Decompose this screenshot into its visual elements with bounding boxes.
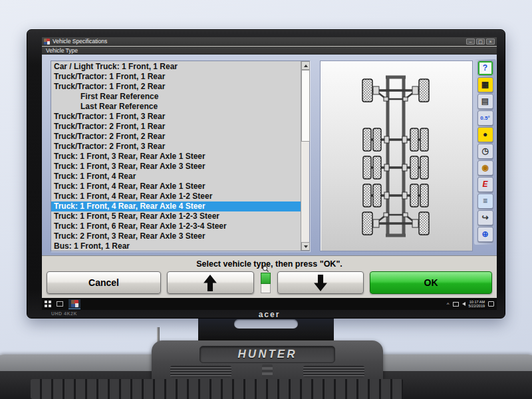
maximize-button[interactable]: ▢ [476, 39, 485, 45]
roll-compensation-icon[interactable]: ● [477, 127, 493, 142]
tray-chevron-icon[interactable]: ^ [447, 301, 450, 307]
exit-icon[interactable]: ↪ [477, 210, 493, 225]
winalign-taskbar-button[interactable] [68, 299, 80, 309]
list-item[interactable]: Truck/Tractor: 1 Front, 2 Rear [51, 82, 301, 92]
list-scrollbar[interactable] [301, 61, 309, 251]
list-item[interactable]: Truck: 1 Front, 6 Rear, Rear Axle 1-2-3-… [51, 221, 301, 231]
acer-logo: acer [42, 310, 497, 319]
vehicle-specifications-window: Vehicle Specifications – ▢ × Vehicle Typ… [42, 37, 497, 298]
start-button[interactable] [45, 301, 51, 307]
print-icon[interactable]: ≡ [477, 194, 493, 209]
side-toolbar: ?▦▤0.5°●◷◉E≡↪⊕ [474, 59, 496, 245]
list-item[interactable]: Truck: 1 Front, 3 Rear, Rear Axle 1 Stee… [51, 152, 301, 162]
list-item[interactable]: Truck/Tractor: 1 Front, 1 Rear [51, 72, 301, 82]
alignment-console: HUNTER [152, 340, 383, 379]
ok-button[interactable]: OK [370, 271, 492, 294]
clock-date: 5/22/2019 [469, 304, 485, 308]
units-setup-icon[interactable]: 0.5° [477, 110, 493, 126]
vehicle-diagram-panel [320, 61, 473, 251]
task-view-icon[interactable] [57, 301, 63, 307]
close-button[interactable]: × [486, 39, 495, 45]
app-icon [44, 39, 50, 45]
system-tray: ^ 10:17 AM 5/22/2019 [447, 300, 494, 308]
page-position-indicator[interactable] [260, 265, 271, 294]
sensors-icon[interactable]: ◉ [477, 160, 493, 176]
down-arrow-icon [313, 274, 329, 292]
expressalign-icon[interactable]: E [477, 177, 493, 192]
display-manuals-icon[interactable]: ▤ [477, 94, 493, 109]
vent-center [262, 364, 273, 378]
list-item[interactable]: Truck/Tractor: 2 Front, 1 Rear [51, 122, 301, 132]
vent-left [170, 366, 231, 377]
list-item[interactable]: Truck: 2 Front, 3 Rear, Rear Axle 3 Stee… [51, 231, 301, 241]
position-segment-current [261, 273, 271, 284]
minimize-button[interactable]: – [466, 39, 475, 45]
list-item[interactable]: Truck: 1 Front, 3 Rear, Rear Axle 3 Stee… [51, 162, 301, 172]
list-item[interactable]: Bus: 1 Front, 1 Rear [51, 241, 301, 251]
scroll-up-button[interactable] [167, 271, 254, 294]
list-item[interactable]: Truck/Tractor: 2 Front, 3 Rear [51, 142, 301, 152]
hunter-badge: HUNTER [200, 346, 335, 363]
diagram-geometry [362, 77, 429, 235]
vehicle-type-listbox: Car / Light Truck: 1 Front, 1 RearTruck/… [51, 61, 310, 251]
scrollbar-up-icon[interactable] [301, 61, 310, 70]
mount-handle-cutout [234, 319, 298, 329]
window-menubar: Vehicle Type [42, 47, 497, 55]
monitor-screen: Vehicle Specifications – ▢ × Vehicle Typ… [42, 37, 497, 310]
magnifier-icon [262, 265, 269, 273]
display-tray-icon[interactable] [453, 302, 459, 307]
monitor-bezel: UHD 4K2K acer [42, 310, 497, 319]
vehicle-type-list: Car / Light Truck: 1 Front, 1 RearTruck/… [51, 61, 301, 251]
list-item[interactable]: Truck: 1 Front, 4 Rear, Rear Axle 1-2 St… [51, 192, 301, 201]
window-titlebar: Vehicle Specifications – ▢ × [42, 37, 497, 46]
vehicle-diagram-svg [321, 61, 472, 251]
acer-monitor: Vehicle Specifications – ▢ × Vehicle Typ… [27, 29, 505, 319]
hunter-logo: HUNTER [238, 348, 297, 361]
list-item[interactable]: Truck: 1 Front, 4 Rear, Rear Axle 1 Stee… [51, 182, 301, 192]
cancel-button[interactable]: Cancel [47, 271, 161, 294]
list-item[interactable]: Truck: 1 Front, 5 Rear, Rear Axle 1-2-3 … [51, 211, 301, 221]
scroll-down-button[interactable] [277, 271, 364, 294]
scene: HUNTER Vehicle Specifications – ▢ × Vehi… [0, 0, 532, 399]
position-segment-next [261, 284, 271, 293]
globe-icon[interactable]: ⊕ [477, 227, 493, 242]
windows-taskbar: ^ 10:17 AM 5/22/2019 [42, 298, 497, 310]
list-item[interactable]: Car / Light Truck: 1 Front, 1 Rear [51, 62, 301, 72]
vent-right [303, 366, 364, 377]
window-title: Vehicle Specifications [53, 38, 465, 45]
softkey-row: Cancel OK [47, 271, 492, 294]
client-area: Car / Light Truck: 1 Front, 1 RearTruck/… [42, 55, 497, 298]
list-item[interactable]: First Rear Reference [51, 92, 301, 102]
list-item[interactable]: Last Rear Reference [51, 102, 301, 112]
list-item[interactable]: Truck: 1 Front, 4 Rear [51, 172, 301, 182]
list-item[interactable]: Truck/Tractor: 1 Front, 3 Rear [51, 112, 301, 122]
console-keyboard[interactable] [31, 379, 403, 399]
scrollbar-thumb[interactable] [301, 70, 310, 142]
softkey-panel: Select vehicle type, then press "OK". Ca… [42, 255, 497, 298]
volume-icon[interactable] [462, 302, 466, 306]
help-icon[interactable]: ? [477, 61, 493, 76]
notification-center-icon[interactable] [488, 301, 494, 307]
menu-item-vehicle-type[interactable]: Vehicle Type [42, 47, 82, 54]
timer-icon[interactable]: ◷ [477, 144, 493, 159]
up-arrow-icon [202, 274, 218, 292]
list-item[interactable]: Truck: 1 Front, 4 Rear, Rear Axle 4 Stee… [51, 201, 301, 211]
winalign-app-icon [71, 300, 78, 307]
vehicle-specs-icon[interactable]: ▦ [477, 77, 493, 92]
taskbar-clock[interactable]: 10:17 AM 5/22/2019 [469, 300, 485, 308]
list-item[interactable]: Truck/Tractor: 2 Front, 2 Rear [51, 132, 301, 142]
scrollbar-down-icon[interactable] [301, 242, 310, 251]
